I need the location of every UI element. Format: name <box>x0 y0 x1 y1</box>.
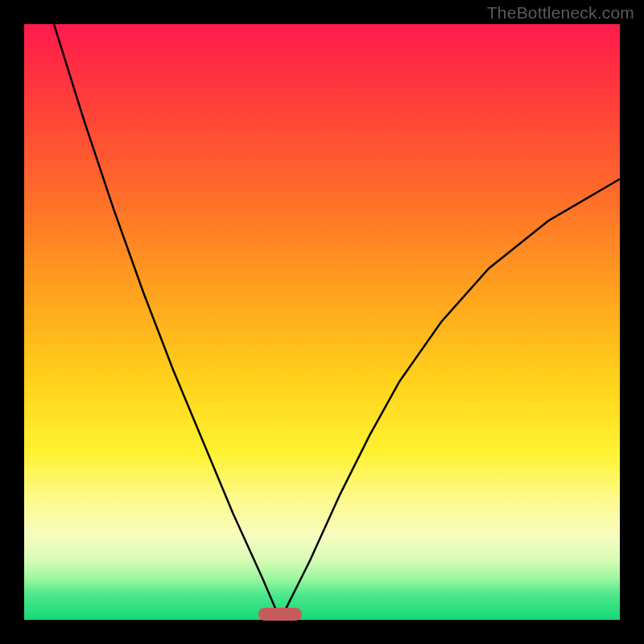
chart-frame: TheBottleneck.com <box>0 0 644 644</box>
bottleneck-marker <box>258 608 302 621</box>
plot-area <box>24 24 620 620</box>
left-curve <box>54 24 280 620</box>
watermark-text: TheBottleneck.com <box>487 3 634 23</box>
right-curve <box>280 179 620 620</box>
curves-svg <box>24 24 620 620</box>
